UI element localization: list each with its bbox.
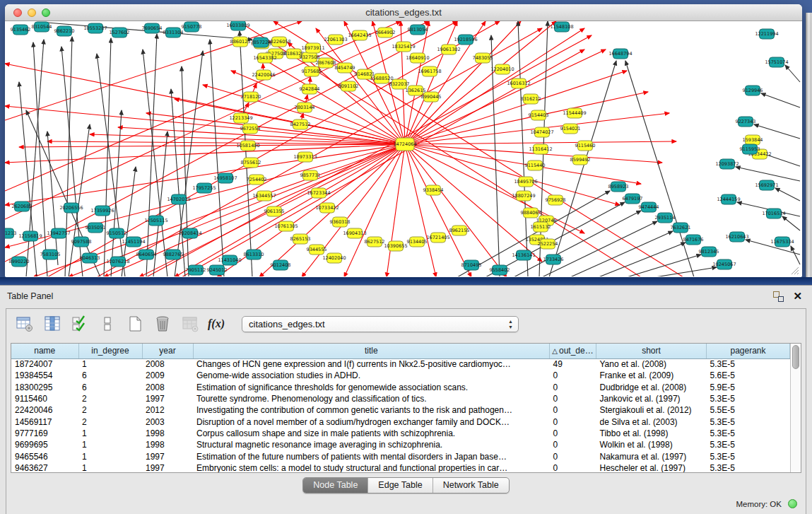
graph-node[interactable]: 1733426 — [543, 255, 564, 264]
graph-node[interactable]: 12213349 — [229, 113, 252, 123]
col-header-year[interactable]: year — [142, 344, 193, 358]
graph-node[interactable]: 7254402 — [247, 175, 267, 185]
network-window-titlebar[interactable]: citations_edges.txt — [5, 4, 802, 21]
table-cell[interactable]: Embryonic stem cells: a model to study s… — [193, 462, 550, 473]
table-cell[interactable]: 5.9E-5 — [707, 382, 790, 393]
graph-edge[interactable] — [782, 216, 800, 230]
graph-node[interactable]: 12204010 — [490, 64, 514, 74]
col-header-out-degree[interactable]: △out_de… — [550, 344, 596, 358]
table-cell[interactable]: Estimation of significance thresholds fo… — [193, 382, 550, 393]
table-cell[interactable]: Tourette syndrome. Phenomenology and cla… — [193, 393, 550, 404]
graph-node[interactable]: 12505115 — [144, 216, 167, 226]
table-cell[interactable]: 2003 — [142, 416, 193, 427]
graph-node[interactable]: 9135462 — [11, 25, 31, 35]
table-cell[interactable]: Stergiakouli et al. (2012) — [596, 404, 707, 416]
table-cell[interactable]: 2 — [78, 416, 142, 427]
table-cell[interactable]: 2012 — [142, 404, 193, 416]
table-cell[interactable]: Hescheler et al. (1997) — [596, 462, 707, 473]
graph-node[interactable]: 2803144 — [295, 103, 315, 112]
graph-edge[interactable] — [599, 243, 686, 276]
table-cell[interactable]: 0 — [550, 370, 596, 381]
graph-node[interactable]: 8091102 — [339, 81, 359, 91]
graph-node[interactable]: 12093872 — [715, 159, 739, 169]
table-cell[interactable]: 1997 — [142, 393, 193, 404]
graph-node[interactable]: 18325419 — [392, 42, 415, 52]
table-cell[interactable]: 18300295 — [11, 382, 78, 393]
table-cell[interactable]: Genome-wide association studies in ADHD. — [193, 370, 550, 381]
graph-node[interactable]: 9061355 — [264, 206, 285, 216]
graph-node[interactable]: 14724064 — [393, 138, 416, 151]
graph-node[interactable]: 16642435 — [348, 30, 371, 40]
table-cell[interactable]: 1997 — [142, 462, 193, 473]
table-cell[interactable]: 1997 — [142, 450, 193, 462]
table-cell[interactable]: 0 — [550, 439, 596, 450]
graph-edge[interactable] — [625, 61, 694, 276]
graph-node[interactable]: 16721405 — [426, 233, 449, 243]
graph-edge[interactable] — [775, 188, 800, 201]
graph-node[interactable]: 9035051 — [86, 223, 106, 233]
table-cell[interactable]: 0 — [550, 393, 596, 404]
table-cell[interactable]: 18724007 — [11, 358, 78, 370]
table-scrollbar-thumb[interactable] — [792, 345, 799, 369]
graph-node[interactable]: 7905112 — [186, 265, 206, 275]
table-cell[interactable]: 2008 — [142, 382, 193, 393]
col-header-title[interactable]: title — [193, 344, 550, 358]
graph-node[interactable]: 9862210 — [54, 26, 75, 36]
graph-node[interactable]: 9884067 — [521, 208, 541, 218]
new-column-icon[interactable] — [125, 315, 144, 334]
graph-edge[interactable] — [754, 124, 800, 139]
graph-node[interactable]: 9154021 — [560, 124, 581, 134]
table-cell[interactable]: 1 — [78, 450, 142, 462]
graph-edge[interactable] — [405, 144, 471, 276]
table-scrollbar[interactable] — [790, 344, 801, 472]
graph-node[interactable]: 9115953 — [740, 144, 760, 154]
graph-node[interactable]: 9046313 — [80, 253, 100, 263]
graph-node[interactable]: 9672554 — [240, 124, 261, 134]
table-cell[interactable]: 0 — [550, 462, 596, 473]
graph-node[interactable]: 8471676 — [683, 235, 704, 245]
graph-node[interactable]: 1527602 — [110, 28, 130, 37]
graph-node[interactable]: 6479197 — [623, 194, 643, 204]
table-cell[interactable]: 2009 — [142, 370, 193, 381]
graph-node[interactable]: 8627512 — [365, 237, 385, 247]
table-cell[interactable]: Dudbridge et al. (2008) — [596, 382, 707, 393]
table-row[interactable]: 969969511998Structural magnetic resonanc… — [11, 439, 790, 450]
graph-node[interactable]: 2620685 — [12, 201, 33, 211]
graph-node[interactable]: 7583105 — [40, 250, 61, 259]
table-cell[interactable]: Franke et al. (2009) — [596, 370, 707, 381]
graph-node[interactable]: 17016534 — [762, 209, 785, 218]
graph-node[interactable]: 14702039 — [167, 194, 190, 204]
resize-grip-icon[interactable] — [789, 265, 799, 275]
graph-node[interactable]: 11431040 — [218, 255, 241, 265]
graph-node[interactable]: 10733422 — [315, 203, 339, 213]
graph-node[interactable]: 10553287 — [83, 23, 107, 33]
table-cell[interactable]: de Silva et al. (2003) — [596, 416, 707, 427]
col-header-name[interactable]: name — [11, 344, 78, 358]
table-cell[interactable]: 1 — [78, 439, 142, 450]
graph-node[interactable]: 10245067 — [712, 259, 736, 269]
graph-node[interactable]: 8640654 — [136, 250, 157, 259]
graph-node[interactable]: 7632621 — [671, 223, 691, 233]
table-cell[interactable]: 6 — [78, 370, 142, 381]
graph-node[interactable]: 9115460 — [575, 141, 596, 151]
graph-node[interactable]: 8755612 — [241, 158, 261, 168]
graph-node[interactable]: 8331304 — [163, 28, 184, 37]
table-cell[interactable]: Investigating the contribution of common… — [193, 404, 550, 416]
table-cell[interactable]: Corpus callosum shape and size in male p… — [193, 428, 550, 439]
network-canvas[interactable]: 1472406488601238912955182260589127508165… — [5, 21, 801, 276]
table-cell[interactable]: 0 — [550, 404, 596, 416]
table-cell[interactable]: Nakamura et al. (1997) — [596, 450, 707, 462]
table-cell[interactable]: Wolkin et al. (1998) — [596, 439, 707, 450]
graph-node[interactable]: 2867608 — [316, 58, 336, 68]
graph-node[interactable]: 8990220 — [9, 257, 30, 267]
graph-node[interactable]: 1615132 — [531, 222, 551, 232]
table-cell[interactable]: 5.6E-5 — [707, 370, 790, 381]
graph-edge[interactable] — [655, 267, 717, 276]
table-cell[interactable]: 22420046 — [11, 404, 78, 416]
graph-edge[interactable] — [405, 21, 556, 144]
graph-node[interactable]: 16033809 — [226, 21, 249, 30]
graph-node[interactable]: 22420046 — [252, 70, 275, 80]
graph-edge[interactable] — [736, 167, 800, 181]
table-cell[interactable]: 5.3E-5 — [707, 358, 790, 370]
graph-edge[interactable] — [175, 51, 203, 276]
